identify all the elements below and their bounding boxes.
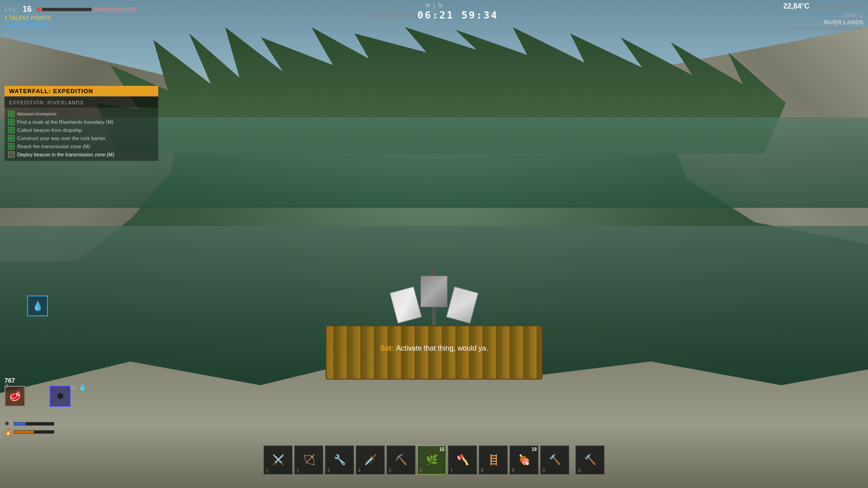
raft	[326, 289, 542, 380]
beacon-device	[416, 267, 452, 334]
